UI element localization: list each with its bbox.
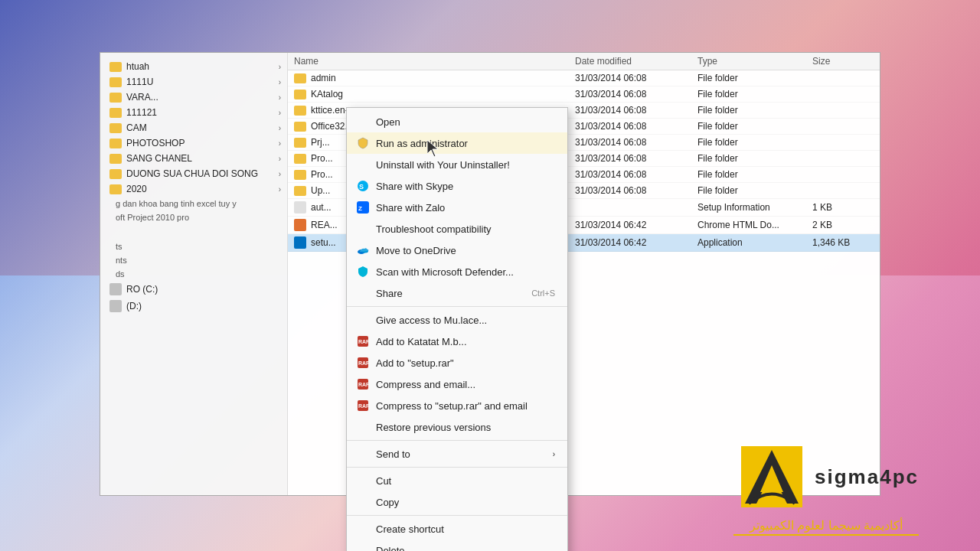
file-list-header: Name Date modified Type Size [288, 53, 880, 70]
folder-icon [109, 62, 122, 72]
ctx-share[interactable]: Share Ctrl+S [347, 282, 567, 304]
uninstall-icon [356, 158, 370, 171]
open-icon [356, 115, 370, 129]
rar-icon: RAR [356, 334, 370, 348]
ctx-restore[interactable]: Restore previous versions [347, 416, 567, 438]
chevron-right-icon: › [279, 93, 281, 102]
ctx-uninstall[interactable]: Uninstall with Your Uninstaller! [347, 154, 567, 175]
sidebar-item-sang-chanel[interactable]: SANG CHANEL › [100, 151, 287, 166]
file-type: File folder [697, 73, 812, 83]
context-menu: Open Run as administrator Uninstall with… [346, 107, 568, 551]
ctx-delete[interactable]: Delete [347, 540, 567, 551]
defender-icon [356, 265, 370, 279]
sidebar-item-duong-sua[interactable]: DUONG SUA CHUA DOI SONG › [100, 166, 287, 181]
chevron-right-icon: › [279, 155, 281, 163]
ctx-give-access[interactable]: Give access to Mu.lace... [347, 309, 567, 331]
ctx-label: Open [376, 116, 400, 128]
sidebar-item-2020[interactable]: 2020 › [100, 181, 287, 197]
sidebar-item-label: PHOTOSHOP [126, 138, 185, 148]
file-date: 31/03/2014 06:08 [575, 153, 697, 164]
sidebar-item-111121[interactable]: 111121 › [100, 105, 287, 120]
file-icon [294, 236, 306, 249]
sidebar-item-cam[interactable]: CAM › [100, 120, 287, 135]
chevron-right-icon: › [279, 185, 281, 194]
sigma-brand-text: sigma4pc [815, 465, 919, 489]
file-size: 2 KB [812, 220, 874, 230]
drive-label: RO (C:) [126, 284, 158, 295]
sigma-underline [733, 534, 919, 536]
file-date: 31/03/2014 06:42 [575, 220, 697, 230]
table-row[interactable]: admin 31/03/2014 06:08 File folder [288, 70, 880, 86]
rar-icon: RAR [356, 377, 370, 391]
ctx-compress-setup-email[interactable]: RAR Compress to "setup.rar" and email [347, 395, 567, 416]
ctx-label: Copy [376, 497, 399, 508]
file-type: File folder [697, 153, 812, 164]
ctx-add-setup[interactable]: RAR Add to "setup.rar" [347, 352, 567, 373]
sidebar-drive-d[interactable]: (D:) [100, 298, 287, 315]
sidebar-item-vara[interactable]: VARA... › [100, 90, 287, 105]
file-date: 31/03/2014 06:42 [575, 237, 697, 248]
ctx-run-as-admin[interactable]: Run as administrator [347, 132, 567, 154]
sigma4pc-watermark: sigma4pc أكاديمية سيجما لعلوم الكمبيوتر [733, 439, 919, 536]
file-type: Setup Information [697, 202, 812, 213]
sidebar-drive-c[interactable]: RO (C:) [100, 281, 287, 298]
shortcut-icon [356, 522, 370, 536]
file-type: File folder [697, 185, 812, 196]
ctx-troubleshoot[interactable]: Troubleshoot compatibility [347, 218, 567, 240]
file-icon [294, 201, 306, 214]
ctx-share-zalo[interactable]: Z Share with Zalo [347, 197, 567, 218]
ctx-copy[interactable]: Copy [347, 491, 567, 513]
file-date: 31/03/2014 06:08 [575, 185, 697, 196]
ctx-scan-defender[interactable]: Scan with Microsoft Defender... [347, 261, 567, 282]
ctx-separator [347, 306, 567, 307]
ctx-label: Delete [376, 545, 405, 552]
table-row[interactable]: KAtalog 31/03/2014 06:08 File folder [288, 86, 880, 103]
file-name: REA... [311, 220, 338, 230]
ctx-label: Create shortcut [376, 523, 444, 535]
chevron-right-icon: › [279, 170, 281, 178]
ctx-send-to[interactable]: Send to › [347, 443, 567, 465]
ctx-separator [347, 515, 567, 516]
ctx-separator [347, 467, 567, 468]
sidebar-item-label: g dan khoa bang tinh excel tuy y [116, 199, 237, 208]
ctx-share-skype[interactable]: S Share with Skype [347, 175, 567, 197]
file-type: File folder [697, 105, 812, 116]
folder-icon [294, 138, 306, 148]
sidebar-item-ds: ds [100, 267, 287, 281]
folder-icon [294, 122, 306, 132]
col-name: Name [294, 56, 575, 67]
send-to-icon [356, 447, 370, 461]
ctx-label: Cut [376, 475, 391, 487]
sidebar-item-label: htuah [126, 61, 149, 72]
ctx-create-shortcut[interactable]: Create shortcut [347, 518, 567, 540]
ctx-label: Move to OneDrive [376, 245, 456, 256]
drive-label: (D:) [126, 301, 142, 311]
give-access-icon [356, 313, 370, 327]
ctx-add-archive[interactable]: RAR Add to Katatat M.b... [347, 331, 567, 352]
chevron-right-icon: › [553, 450, 555, 458]
chevron-right-icon: › [279, 78, 281, 86]
sidebar-item-label: ds [116, 269, 125, 279]
file-type: File folder [697, 89, 812, 99]
ctx-compress-email[interactable]: RAR Compress and email... [347, 373, 567, 395]
folder-icon [294, 73, 306, 83]
ctx-cut[interactable]: Cut [347, 470, 567, 491]
ctx-move-onedrive[interactable]: Move to OneDrive [347, 240, 567, 261]
chevron-right-icon: › [279, 124, 281, 132]
sigma-logo-svg [733, 439, 810, 515]
sidebar-item-1111u[interactable]: 1111U › [100, 74, 287, 90]
svg-text:RAR: RAR [358, 382, 369, 387]
ctx-label: Send to [376, 448, 410, 460]
ctx-open[interactable]: Open [347, 111, 567, 132]
ctx-label: Compress and email... [376, 379, 475, 390]
sidebar-item-photoshop[interactable]: PHOTOSHOP › [100, 135, 287, 151]
ctx-label: Restore previous versions [376, 422, 491, 433]
file-size: 1 KB [812, 202, 874, 213]
folder-icon [109, 154, 122, 164]
ctx-label: Give access to Mu.lace... [376, 315, 487, 326]
troubleshoot-icon [356, 222, 370, 236]
folder-icon [109, 77, 122, 87]
sidebar-item-label: DUONG SUA CHUA DOI SONG [126, 168, 258, 179]
sidebar-item-label: 2020 [126, 184, 147, 194]
sidebar-item-htuah[interactable]: htuah › [100, 59, 287, 74]
